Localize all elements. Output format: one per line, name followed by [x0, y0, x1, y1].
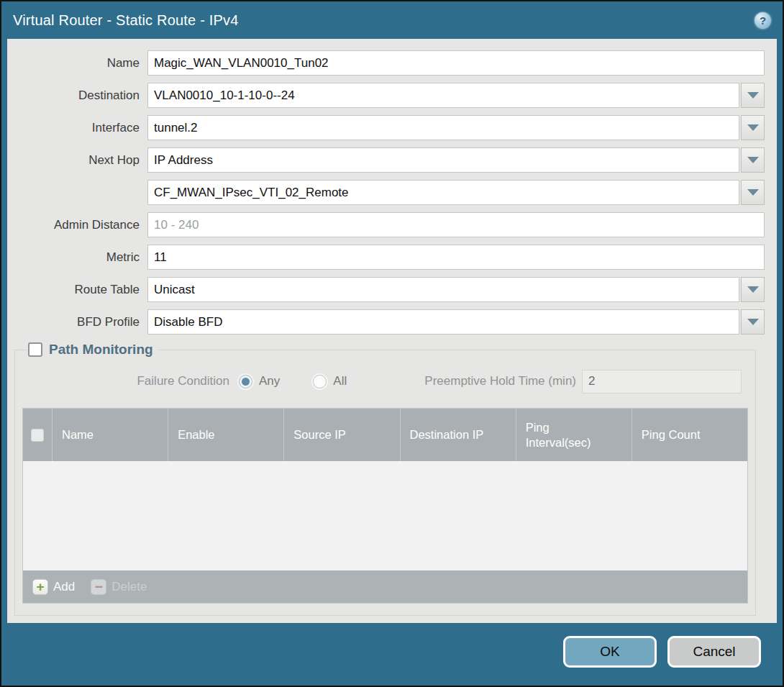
column-header-enable[interactable]: Enable — [168, 409, 284, 461]
table-header-row: Name Enable Source IP Destination IP Pin… — [23, 409, 747, 461]
next-hop-type-input[interactable] — [147, 147, 739, 173]
failure-condition-all-label: All — [333, 374, 347, 388]
form-row-bfd-profile: BFD Profile — [7, 309, 765, 335]
form-row-metric: Metric — [7, 245, 765, 270]
interface-input[interactable] — [147, 115, 739, 140]
interface-label: Interface — [7, 121, 147, 135]
next-hop-value-input[interactable] — [147, 180, 739, 205]
add-button-label: Add — [53, 580, 75, 594]
form-row-name: Name — [7, 50, 765, 76]
dialog-title: Virtual Router - Static Route - IPv4 — [13, 12, 239, 29]
form-row-next-hop-value — [7, 180, 765, 205]
failure-condition-all-radio[interactable] — [313, 375, 327, 388]
form-row-interface: Interface — [7, 115, 765, 140]
route-table-dropdown-button[interactable] — [741, 277, 765, 302]
path-monitoring-checkbox[interactable] — [28, 342, 42, 357]
cancel-button[interactable]: Cancel — [667, 636, 761, 668]
table-header-checkbox-cell — [23, 409, 53, 461]
column-header-destination-ip[interactable]: Destination IP — [401, 409, 516, 461]
path-monitoring-table: Name Enable Source IP Destination IP Pin… — [22, 408, 748, 604]
column-header-ping-interval[interactable]: Ping Interval(sec) — [516, 409, 632, 461]
help-icon[interactable]: ? — [755, 12, 771, 29]
column-header-ping-count[interactable]: Ping Count — [632, 409, 747, 461]
table-body-empty — [23, 461, 747, 570]
chevron-down-icon — [747, 286, 759, 293]
failure-condition-label: Failure Condition — [22, 374, 229, 388]
path-monitoring-legend: Path Monitoring — [27, 342, 159, 358]
route-table-input[interactable] — [147, 277, 739, 302]
select-all-checkbox[interactable] — [31, 429, 44, 442]
interface-dropdown-button[interactable] — [741, 115, 765, 140]
static-route-dialog: Virtual Router - Static Route - IPv4 ? N… — [0, 0, 784, 687]
column-header-name[interactable]: Name — [53, 409, 168, 461]
form-row-route-table: Route Table — [7, 277, 765, 302]
form-row-next-hop: Next Hop — [7, 147, 765, 173]
destination-dropdown-button[interactable] — [741, 83, 765, 108]
bfd-profile-label: BFD Profile — [7, 315, 147, 329]
preemptive-hold-time-label: Preemptive Hold Time (min) — [424, 374, 576, 388]
preemptive-hold-time-input[interactable] — [582, 370, 742, 393]
bfd-profile-dropdown-button[interactable] — [741, 309, 765, 335]
chevron-down-icon — [747, 157, 759, 163]
delete-button[interactable]: − Delete — [91, 579, 147, 595]
admin-distance-label: Admin Distance — [7, 218, 147, 232]
path-monitoring-section: Path Monitoring Failure Condition Any Al… — [14, 342, 756, 616]
failure-condition-any-radio[interactable] — [239, 375, 252, 388]
destination-input[interactable] — [147, 83, 739, 108]
failure-condition-row: Failure Condition Any All Preemptive Hol… — [22, 368, 748, 395]
failure-condition-any-label: Any — [259, 374, 280, 388]
destination-label: Destination — [7, 88, 147, 103]
delete-button-label: Delete — [111, 580, 147, 594]
route-table-label: Route Table — [7, 283, 147, 297]
column-header-source-ip[interactable]: Source IP — [284, 409, 400, 461]
next-hop-value-dropdown-button[interactable] — [741, 180, 765, 205]
add-button[interactable]: + Add — [32, 579, 75, 595]
chevron-down-icon — [747, 189, 759, 196]
dialog-content: Name Destination Interface Next Hop — [7, 39, 777, 623]
path-monitoring-title: Path Monitoring — [49, 342, 153, 358]
metric-label: Metric — [7, 250, 147, 265]
name-label: Name — [7, 56, 147, 70]
next-hop-type-dropdown-button[interactable] — [741, 147, 765, 173]
name-input[interactable] — [147, 50, 765, 76]
plus-icon: + — [32, 579, 48, 595]
ok-button[interactable]: OK — [563, 636, 657, 668]
chevron-down-icon — [747, 319, 759, 325]
next-hop-label: Next Hop — [7, 153, 147, 168]
table-toolbar: + Add − Delete — [23, 570, 747, 603]
admin-distance-input[interactable] — [147, 212, 765, 237]
chevron-down-icon — [747, 124, 759, 131]
bfd-profile-input[interactable] — [147, 309, 739, 335]
metric-input[interactable] — [147, 245, 765, 270]
dialog-titlebar: Virtual Router - Static Route - IPv4 ? — [1, 1, 783, 39]
chevron-down-icon — [747, 92, 759, 99]
minus-icon: − — [91, 579, 106, 595]
form-row-admin-distance: Admin Distance — [7, 212, 765, 237]
form-row-destination: Destination — [7, 83, 765, 108]
